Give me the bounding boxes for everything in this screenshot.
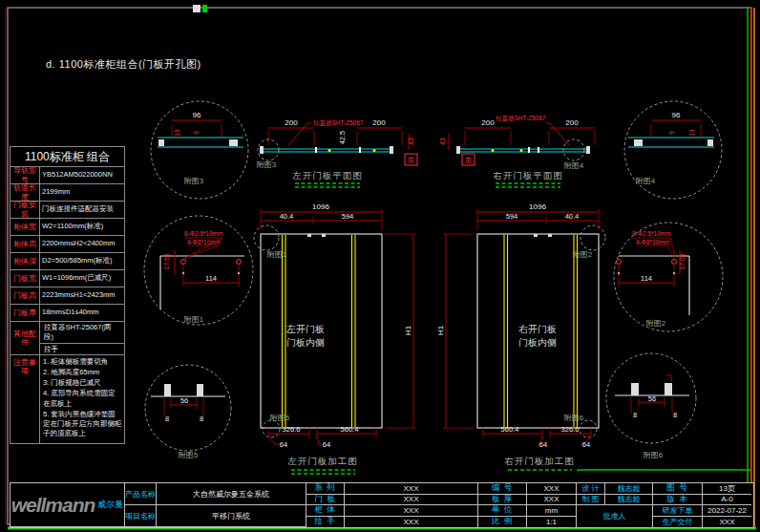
dim-64: 64 [323,440,330,449]
dim-200: 200 [481,118,495,127]
spec-value: 2200mm≤H2<2400mm [40,236,124,252]
spec-value: W1=1096mm(已减尺) [40,270,124,287]
spec-value: 2199mm [40,184,124,201]
rd-order-label: 研发下单 [663,505,693,516]
table-row: 门板宽 W1=1096mm(已减尺) [11,270,124,287]
panel-left-label: 左开门板 [286,324,325,334]
spec-value: YB512AM5022000NN [40,167,124,183]
ref-fig3: 附图3 [257,160,277,169]
panel-right: 1096 594 40.4 H1 右开门板 门板内侧 附图2 附图6 560.4… [436,202,750,470]
unit-label: 单 位 [492,505,513,516]
cad-sheet: 96 13 9 附图3 拉直器SHT-25067 200 42.5 200 [0,0,760,532]
hole-note-2: 4-Φ8*10mm [187,239,221,245]
panel-left: 1096 40.4 594 H1 左开门板 门板内侧 附图1 附图5 326.6… [254,202,416,474]
version-value-cell: A-0 [703,495,751,506]
dim-40-4: 40.4 [280,212,294,221]
project-name-value-cell: 平移门系统 [157,505,306,527]
door-value: XXX [403,495,418,503]
detail-fig4: 96 13 9 附图4 [624,101,722,199]
dim-64: 64 [280,440,287,449]
project-name-label: 项目名称 [125,511,156,521]
spec-table: 1100标准柜 组合 导轨货号 YB512AM5022000NN 轨道长度 21… [10,146,125,444]
straightener-label: 拉直器SHT-25067 [313,119,364,127]
number-label-cell: 编 号 [478,483,527,495]
dim-h1: H1 [404,325,412,335]
dim-9: 9 [193,131,200,135]
detail-label-fig3: 附图3 [184,177,204,185]
handle-value-cell: XXX [345,517,478,528]
dim-9: 9 [668,131,675,135]
detail-fig5: 56 8 8 附图5 [145,365,231,459]
company-logo: wellmann 威尔曼 [11,483,125,527]
drawing-no-value: 13页 [719,483,735,494]
registration-mark [193,5,201,12]
panel-right-label: 右开门板 [518,324,557,334]
drafter-label-cell: 制 图 [577,495,605,506]
ref-fig4: 附图4 [564,161,584,170]
handle-label-cell: 拉 手 [306,517,345,528]
dim-114: 114 [205,274,217,283]
spec-label: 轨道长度 [11,184,40,201]
delivery-label: 生产交付 [663,517,693,527]
handle-value: XXX [403,518,418,526]
table-row: 导轨货号 YB512AM5022000NN [11,167,124,184]
table-row: 门板厚 18mm≤D1≤40mm [11,305,124,322]
dim-8: 8 [633,411,637,419]
cabinet-label: 柜 体 [314,505,335,516]
dim-17-03: 17.03 [679,253,686,269]
detail-fig1: 8-Φ2.5*10mm 4-Φ8*10mm 17.03 114 附图1 [144,216,253,325]
designer-name: 魏志超 [618,483,641,494]
spec-value: 2223mm≤H1<2423mm [40,287,124,304]
hole-note-1: 8-Φ2.5*10mm [632,230,671,237]
dim-56: 56 [648,394,656,403]
front-label: 前 [408,157,414,163]
dim-8: 8 [165,415,169,423]
accessory-item: 拉手 [40,344,124,355]
dim-1096: 1096 [529,202,546,211]
dim-64: 64 [582,440,590,449]
product-name-value-cell: 大自然威尔曼五金系统 [157,483,306,505]
detail-fig6: 56 8 8 附图6 [606,353,696,459]
plan-left-title: 左开门板平面图 [292,170,363,181]
table-row: 柜体高 2200mm≤H2<2400mm [11,236,124,253]
detail-fig2: 8-Φ2.5*10mm 4-Φ8*10mm 17.03 114 附图2 [614,223,723,331]
dim-56: 56 [180,396,188,405]
dim-1096: 1096 [312,202,329,211]
spec-value: D2=500/585mm(标准) [40,253,124,269]
registration-mark [202,5,207,12]
note-item: 3. 门板规格已减尺 [43,378,122,388]
dim-594: 594 [506,212,518,221]
rd-order-label-cell: 研发下单 [653,505,703,517]
scale-label-cell: 比 例 [478,517,527,528]
number-value-cell: XXX [527,483,577,495]
series-value-cell: XXX [345,483,478,495]
dim-326-6: 326.6 [561,425,580,434]
cabinet-value: XXX [403,506,418,515]
dim-17-03: 17.03 [163,253,170,269]
logo-cn-text: 威尔曼 [97,499,123,511]
unit-value: mm [545,506,558,515]
designer-label: 设 计 [581,483,599,494]
note-item: 2. 地脚高度65mm [43,368,122,377]
series-value: XXX [403,484,418,493]
number-label: 编 号 [492,483,513,494]
detail-label-fig2: 附图2 [646,319,666,328]
delivery-label-cell: 生产交付 [653,517,703,528]
door-value-cell: XXX [345,495,478,506]
unit-label-cell: 单 位 [478,505,527,517]
dim-43: 43 [408,138,414,145]
spec-value: 18mm≤D1≤40mm [40,305,124,321]
spec-value: 门板连接件适配器安装 [40,202,124,218]
version-label-cell: 版 本 [653,495,703,506]
drafter-label: 制 图 [581,495,599,505]
drafter-value-cell: 魏志超 [605,495,653,506]
panel-left-title: 左开门板加工图 [287,456,358,466]
drafter-name: 魏志超 [618,495,641,505]
dim-8: 8 [200,415,203,423]
delivery-value: XXX [719,518,734,526]
dim-43: 43 [439,138,446,145]
plan-view-left: 拉直器SHT-25067 200 42.5 200 43 前 附图3 左开门板平… [257,118,417,187]
cabinet-value-cell: XXX [345,505,478,517]
table-row: 柜体深 D2=500/585mm(标准) [11,253,124,270]
approver-label: 批准人 [603,511,626,521]
